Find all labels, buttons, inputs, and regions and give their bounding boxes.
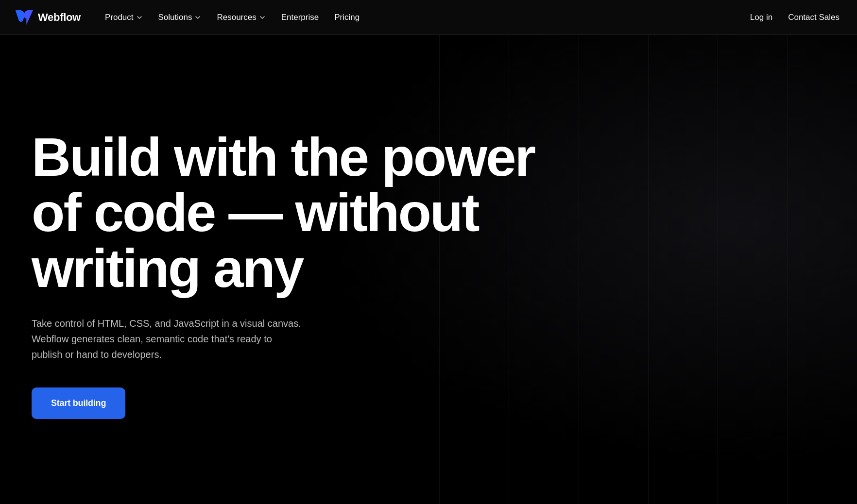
- nav-contact-sales-link[interactable]: Contact Sales: [786, 9, 841, 26]
- hero-line-6: [648, 35, 718, 504]
- nav-item-enterprise[interactable]: Enterprise: [274, 9, 326, 26]
- nav-item-product[interactable]: Product: [98, 9, 150, 26]
- hero-subtitle: Take control of HTML, CSS, and JavaScrip…: [32, 316, 304, 362]
- nav-item-resources[interactable]: Resources: [210, 9, 272, 26]
- chevron-down-icon: [136, 14, 143, 21]
- nav-enterprise-label: Enterprise: [281, 13, 319, 22]
- nav-right-items: Log in Contact Sales: [748, 9, 841, 26]
- start-building-button[interactable]: Start building: [32, 387, 125, 419]
- webflow-logo-icon: [16, 10, 33, 25]
- nav-solutions-label: Solutions: [158, 13, 192, 22]
- nav-login-link[interactable]: Log in: [748, 9, 774, 26]
- hero-title: Build with the power of code — without w…: [32, 130, 566, 296]
- hero-line-7: [718, 35, 787, 504]
- nav-resources-label: Resources: [217, 13, 256, 22]
- nav-item-solutions[interactable]: Solutions: [152, 9, 208, 26]
- hero-section: Build with the power of code — without w…: [0, 35, 857, 504]
- nav-pricing-label: Pricing: [334, 13, 360, 22]
- logo-text: Webflow: [38, 11, 81, 24]
- chevron-down-icon: [194, 14, 201, 21]
- hero-line-5: [579, 35, 648, 504]
- navbar: Webflow Product Solutions Resources Ente…: [0, 0, 857, 35]
- nav-left-items: Product Solutions Resources Enterprise P…: [98, 9, 748, 26]
- hero-line-8: [788, 35, 857, 504]
- hero-content: Build with the power of code — without w…: [32, 130, 566, 419]
- chevron-down-icon: [259, 14, 266, 21]
- nav-product-label: Product: [105, 13, 134, 22]
- logo[interactable]: Webflow: [16, 10, 81, 25]
- nav-item-pricing[interactable]: Pricing: [327, 9, 366, 26]
